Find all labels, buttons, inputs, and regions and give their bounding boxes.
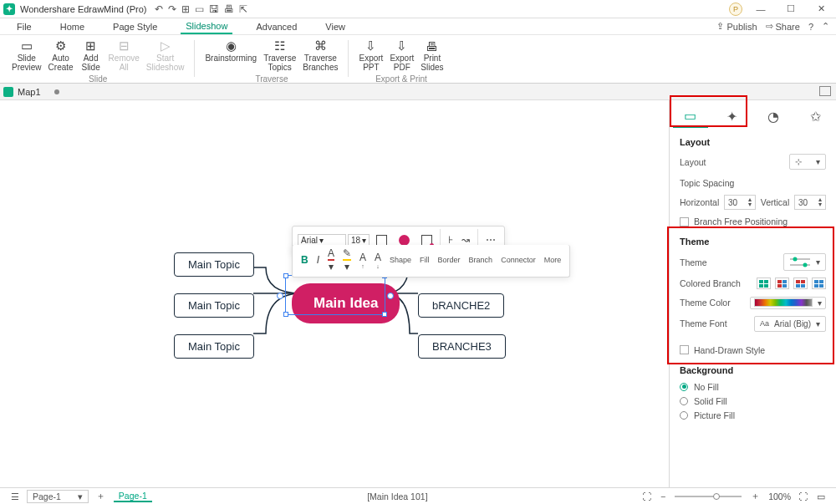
panel-toggle-button[interactable] — [819, 86, 831, 96]
traverse-branches-icon: ⌘ — [314, 38, 327, 53]
page-selector[interactable]: Page-1▾ — [27, 490, 89, 503]
menu-view[interactable]: View — [320, 20, 350, 33]
topic-node[interactable]: Main Topic — [174, 252, 254, 277]
branch-color-option-2[interactable] — [775, 277, 789, 289]
export-icon[interactable]: ⇱ — [239, 3, 247, 15]
brainstorming-button[interactable]: ◉Brainstorming — [201, 37, 260, 74]
layout-dropdown[interactable]: ⊹▾ — [789, 154, 826, 170]
open-icon[interactable]: ▭ — [195, 3, 204, 15]
minimize-button[interactable]: — — [749, 0, 772, 18]
panel-tab-layout[interactable]: ▭ — [673, 104, 708, 128]
theme-dropdown[interactable]: ▾ — [783, 253, 826, 271]
traverse-topics-button[interactable]: ☷Traverse Topics — [260, 37, 299, 74]
horizontal-spacing-input[interactable]: 30▴▾ — [724, 195, 756, 210]
print-slides-icon: 🖶 — [426, 38, 438, 53]
floating-font-toolbar: B I A▾ ✎▾ A↑ A↓ Shape Fill Border Branch… — [292, 245, 570, 277]
svg-rect-15 — [801, 284, 805, 288]
share-icon: ⇨ — [766, 21, 773, 32]
remove-all-button[interactable]: ⊟Remove All — [105, 37, 143, 74]
bold-button[interactable]: B — [298, 252, 312, 267]
auto-create-button[interactable]: ⚙Auto Create — [45, 37, 77, 74]
document-tab[interactable]: Map1 — [18, 87, 59, 97]
print-slides-button[interactable]: 🖶Print Slides — [417, 37, 446, 74]
user-avatar[interactable]: P — [729, 3, 742, 16]
menu-file[interactable]: File — [12, 20, 37, 33]
zoom-out-button[interactable]: − — [660, 491, 665, 501]
svg-rect-10 — [782, 280, 787, 283]
italic-button[interactable]: I — [314, 252, 323, 267]
help-button[interactable]: ? — [808, 22, 813, 32]
maximize-button[interactable]: ☐ — [779, 0, 803, 18]
redo-icon[interactable]: ↷ — [168, 3, 176, 15]
export-pdf-icon: ⇩ — [396, 38, 407, 53]
brainstorming-icon: ◉ — [226, 38, 237, 53]
fit-page-button[interactable]: ⛶ — [643, 491, 652, 501]
hand-drawn-section: Hand-Drawn Style — [670, 344, 836, 360]
fullscreen-button[interactable]: ⛶ — [799, 491, 808, 501]
zoom-slider[interactable] — [675, 496, 742, 497]
no-fill-radio[interactable]: No Fill — [680, 382, 826, 392]
print-icon[interactable]: 🖶 — [224, 3, 234, 15]
decrease-font-button[interactable]: A↓ — [371, 250, 385, 271]
traverse-branches-button[interactable]: ⌘Traverse Branches — [299, 37, 341, 74]
panel-tab-icons[interactable]: ✩ — [798, 104, 833, 128]
connection-handle[interactable] — [387, 293, 394, 299]
zoom-in-button[interactable]: ＋ — [751, 491, 760, 502]
increase-font-button[interactable]: A↑ — [356, 250, 370, 271]
canvas[interactable]: Main Topic Main Topic Main Topic bRANCHE… — [0, 100, 669, 487]
solid-fill-radio[interactable]: Solid Fill — [680, 396, 826, 406]
font-color-button[interactable]: A▾ — [324, 246, 338, 274]
theme-font-dropdown[interactable]: AaArial (Big)▾ — [754, 316, 826, 332]
menu-page-style[interactable]: Page Style — [108, 20, 162, 33]
picture-fill-radio[interactable]: Picture Fill — [680, 410, 826, 420]
panel-tab-styles[interactable]: ✦ — [715, 104, 750, 128]
topic-node[interactable]: BRANCHE3 — [418, 334, 506, 359]
checkbox-icon — [680, 345, 689, 354]
new-icon[interactable]: ⊞ — [181, 3, 190, 15]
add-slide-button[interactable]: ⊞Add Slide — [77, 37, 105, 74]
selection-box — [285, 275, 385, 315]
vertical-spacing-input[interactable]: 30▴▾ — [794, 195, 826, 210]
publish-button[interactable]: ⇪Publish — [716, 21, 757, 32]
zoom-level[interactable]: 100% — [768, 491, 791, 501]
branch-color-option-4[interactable] — [812, 277, 826, 289]
page-tab[interactable]: Page-1 — [114, 491, 152, 502]
connection-handle[interactable] — [277, 293, 283, 299]
collapse-ribbon-button[interactable]: ⌃ — [822, 21, 829, 32]
ribbon: ▭Slide Preview ⚙Auto Create ⊞Add Slide ⊟… — [0, 35, 836, 84]
undo-icon[interactable]: ↶ — [155, 3, 163, 15]
ribbon-separator — [194, 40, 195, 77]
share-button[interactable]: ⇨Share — [766, 21, 800, 32]
menu-advanced[interactable]: Advanced — [251, 20, 302, 33]
background-section: Background No Fill Solid Fill Picture Fi… — [670, 360, 836, 430]
panel-tab-themes[interactable]: ◔ — [756, 104, 791, 128]
theme-color-dropdown[interactable]: ▾ — [750, 297, 826, 309]
menu-home[interactable]: Home — [55, 20, 89, 33]
add-slide-icon: ⊞ — [85, 38, 96, 53]
slide-preview-button[interactable]: ▭Slide Preview — [8, 37, 45, 74]
view-mode-button[interactable]: ▭ — [817, 491, 825, 501]
branch-color-option-3[interactable] — [793, 277, 808, 289]
menu-slideshow[interactable]: Slideshow — [181, 19, 232, 34]
topic-node[interactable]: Main Topic — [174, 334, 254, 359]
highlight-button[interactable]: ✎▾ — [339, 246, 354, 274]
app-title: Wondershare EdrawMind (Pro) — [20, 4, 146, 14]
start-slideshow-button[interactable]: ▷Start Slideshow — [143, 37, 188, 74]
hand-drawn-checkbox[interactable]: Hand-Drawn Style — [680, 345, 826, 355]
add-page-button[interactable]: ＋ — [96, 491, 105, 502]
export-ppt-button[interactable]: ⇩Export PPT — [355, 37, 386, 74]
status-bar: ☰ Page-1▾ ＋ Page-1 [Main Idea 101] ⛶ − ＋… — [0, 487, 836, 504]
branch-free-positioning-checkbox[interactable]: Branch Free Positioning — [680, 216, 826, 227]
topic-node[interactable]: bRANCHE2 — [418, 293, 504, 318]
topic-node[interactable]: Main Topic — [174, 293, 254, 318]
svg-rect-12 — [796, 280, 800, 283]
save-icon[interactable]: 🖫 — [209, 3, 219, 15]
zoom-thumb[interactable] — [713, 493, 720, 500]
outline-view-button[interactable]: ☰ — [11, 491, 19, 501]
close-button[interactable]: ✕ — [809, 0, 833, 18]
export-pdf-button[interactable]: ⇩Export PDF — [386, 37, 417, 74]
radio-icon — [680, 411, 688, 420]
chevron-down-icon: ▾ — [319, 236, 324, 245]
branch-color-option-1[interactable] — [757, 277, 771, 289]
svg-rect-9 — [777, 284, 782, 288]
